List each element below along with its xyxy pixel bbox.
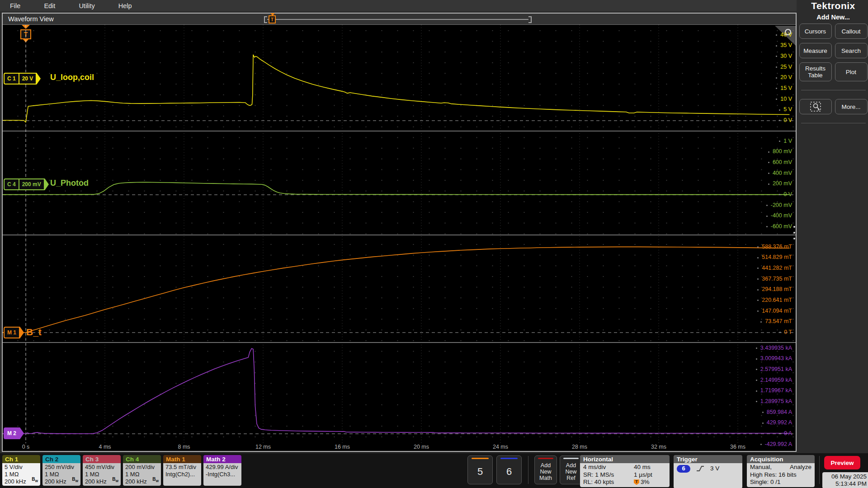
horizontal-panel[interactable]: Horizontal 4 ms/div 40 ms SR: 1 MS/s 1 µ…: [580, 455, 670, 487]
channel-button-5[interactable]: 5: [467, 455, 493, 484]
waveform-view-titlebar: Waveform View T: [3, 14, 796, 25]
add-button-label: AddNewMath: [539, 459, 552, 484]
ytick-ch4: -400 mV: [766, 212, 792, 219]
sidebar-button-search[interactable]: Search: [835, 43, 868, 58]
trigger-position-handle[interactable]: T: [269, 15, 276, 23]
channel-badge-ch1[interactable]: Ch 15 V/div1 MΩ200 kHzBW: [2, 455, 40, 486]
horizontal-pan-slider[interactable]: T: [264, 15, 532, 23]
tick-dot: [757, 289, 759, 291]
trigger-source-pill[interactable]: 6: [677, 465, 690, 473]
waveform-svg: [3, 25, 796, 443]
channel-badge-ch2[interactable]: Ch 2250 mV/div1 MΩ200 kHzBW: [42, 455, 80, 486]
channel-badge-math1[interactable]: Math 173.5 mT/divIntg(Ch2)...: [163, 455, 201, 486]
sidebar-button-results-table[interactable]: Results Table: [799, 62, 832, 81]
tick-dot: [766, 226, 768, 227]
sidebar-button-plot[interactable]: Plot: [835, 62, 868, 81]
ytick-ch1: 20 V: [776, 74, 792, 80]
waveform-label-ch1[interactable]: U_loop,coil: [50, 73, 94, 82]
tick-dot: [776, 77, 777, 79]
plot-badge-ch4[interactable]: C 4200 mV: [4, 178, 49, 190]
tick-dot: [762, 422, 764, 424]
trigger-level: 3 V: [710, 465, 719, 473]
channel-badge-ch3[interactable]: Ch 3450 mV/div1 MΩ200 kHzBW: [83, 455, 121, 486]
badge-arrow-icon: [45, 178, 49, 190]
channel-badge-title: Math 1: [163, 455, 201, 463]
ytick-math1: 441.282 mT: [757, 265, 792, 271]
menu-edit[interactable]: Edit: [44, 2, 55, 9]
channel-button-6[interactable]: 6: [496, 455, 522, 484]
trace-ch1[interactable]: [3, 55, 789, 122]
sidebar-button-cursors[interactable]: Cursors: [799, 23, 832, 39]
sidebar-button-callout[interactable]: Callout: [835, 23, 868, 39]
trace-ch4[interactable]: [3, 182, 789, 194]
channel-badge-row: 200 mV/div: [125, 464, 161, 471]
tektronix-logo: Tektronix: [811, 0, 855, 11]
panel-drag-handle[interactable]: [793, 226, 796, 239]
ytick-math2: 1.289975 kA: [756, 398, 792, 404]
add-button-1[interactable]: AddNewRef: [560, 455, 582, 484]
waveform-plot[interactable]: T 40 V35 V30 V25 V20 V15 V10 V5 V0 V1 V8…: [3, 25, 796, 443]
bandwidth-limit-icon: BW: [32, 476, 38, 485]
ytick-ch4: -200 mV: [766, 202, 792, 208]
menu-file[interactable]: File: [10, 2, 20, 9]
tick-dot: [762, 412, 764, 413]
channel-badge-title: Ch 4: [123, 455, 161, 463]
channel-badge-title: Ch 2: [42, 455, 80, 463]
ytick-math1: 73.547 mT: [760, 318, 792, 324]
ytick-ch4: 800 mV: [768, 148, 792, 155]
trace-math1[interactable]: [3, 247, 789, 333]
add-button-0[interactable]: AddNewMath: [534, 455, 557, 484]
ytick-math2: 859.984 A: [762, 409, 792, 415]
trigger-panel[interactable]: Trigger 6 3 V: [674, 455, 742, 488]
ytick-ch1: 35 V: [776, 42, 792, 48]
badge-arrow-icon: [20, 427, 24, 439]
ytick-ch1: 5 V: [779, 106, 792, 113]
channel-badge-math2[interactable]: Math 2429.99 A/div-Intg(Ch3...: [203, 455, 241, 486]
trigger-position-icon: T: [634, 479, 639, 485]
horizontal-trigger-position: 3%: [641, 479, 650, 486]
plot-badge-ch1[interactable]: C 120 V: [4, 73, 41, 84]
badge-cells: C 120 V: [4, 73, 37, 84]
tick-dot: [768, 183, 769, 185]
tick-dot: [756, 401, 757, 402]
tick-dot: [776, 34, 777, 36]
horizontal-sample-rate: SR: 1 MS/s: [583, 471, 614, 479]
channel-badge-row: 450 mV/div: [85, 464, 121, 471]
xtick: 8 ms: [178, 444, 190, 450]
ytick-ch1: 15 V: [776, 85, 792, 91]
ytick-math2: 2.149959 kA: [756, 377, 792, 383]
tick-dot: [776, 56, 777, 57]
badge-scale: 20 V: [19, 74, 36, 84]
tick-dot: [776, 88, 777, 89]
menu-utility[interactable]: Utility: [79, 2, 94, 9]
trace-math2[interactable]: [3, 348, 789, 434]
sidebar-button-more[interactable]: More...: [835, 99, 868, 114]
sidebar-button-measure[interactable]: Measure: [799, 43, 832, 58]
slider-left-bracket: [264, 16, 267, 23]
plot-badge-math2[interactable]: M 2: [4, 427, 24, 439]
preview-button[interactable]: Preview: [824, 456, 860, 469]
channel-badge-title: Ch 3: [83, 455, 121, 463]
waveform-label-ch4[interactable]: U_Photod: [50, 178, 89, 188]
rising-edge-icon: [696, 465, 705, 472]
channel-badge-row: 5 V/div: [5, 464, 40, 471]
tick-dot: [757, 246, 759, 248]
menu-help[interactable]: Help: [118, 2, 132, 9]
slider-right-bracket: [528, 16, 532, 23]
plot-badge-math1[interactable]: M 1: [4, 327, 24, 338]
channel-badge-body: 429.99 A/div-Intg(Ch3...: [203, 463, 241, 486]
ytick-ch1: 0 V: [779, 117, 792, 123]
waveform-label-math1[interactable]: B_t: [26, 327, 42, 338]
waveform-view-panel: Waveform View T T 40 V35 V30 V25 V20 V15…: [2, 13, 797, 452]
acquisition-panel[interactable]: Acquisition Manual, Analyze High Res: 16…: [747, 455, 815, 487]
badge-cells: M 2: [4, 427, 20, 439]
ytick-ch1: 30 V: [776, 53, 792, 59]
channel-badge-ch4[interactable]: Ch 4200 mV/div1 MΩ200 kHzBW: [123, 455, 161, 486]
add-button-label: AddNewRef: [565, 459, 576, 484]
slider-track[interactable]: [267, 19, 528, 20]
tick-dot: [779, 141, 780, 142]
acquisition-mode: Manual,: [750, 464, 772, 471]
xtick: 36 ms: [730, 444, 745, 450]
sidebar-button-zoom-select[interactable]: [799, 99, 832, 114]
zoom-select-icon: [810, 101, 821, 112]
